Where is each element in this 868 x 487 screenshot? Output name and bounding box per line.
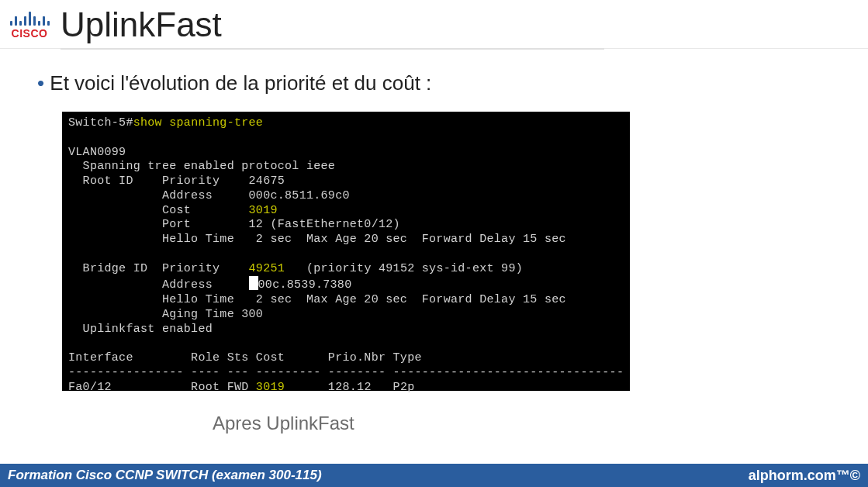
- terminal-value: 24675: [249, 174, 285, 188]
- terminal-line: Hello Time 2 sec Max Age 20 sec Forward …: [68, 293, 566, 306]
- terminal-line: Port 12 (FastEthernet0/12): [68, 218, 400, 231]
- terminal-line: Cost: [68, 204, 249, 217]
- terminal-line: (priority 49152 sys-id-ext 99): [285, 262, 523, 275]
- terminal-line: Hello Time 2 sec Max Age 20 sec Forward …: [68, 233, 566, 246]
- terminal-line: Address: [68, 278, 249, 292]
- cisco-logo: CISCO: [3, 10, 56, 40]
- terminal-separator: ---------------- ---- --- --------- ----…: [68, 366, 624, 379]
- slide-footer: Formation Cisco CCNP SWITCH (examen 300-…: [0, 464, 868, 487]
- terminal-value-highlight: 3019: [249, 204, 278, 217]
- terminal-value: 00c.8539.7380: [258, 278, 352, 292]
- terminal-line: VLAN0099: [68, 146, 126, 159]
- terminal-line: Spanning tree enabled protocol ieee: [68, 160, 335, 173]
- divider: [61, 48, 604, 50]
- cisco-logo-bars: [10, 10, 50, 26]
- cisco-logo-text: CISCO: [12, 27, 48, 40]
- terminal-line: Address 000c.8511.69c0: [68, 189, 350, 202]
- slide-title: UplinkFast: [61, 5, 222, 44]
- slide: CISCO UplinkFast Et voici l'évolution de…: [0, 0, 868, 487]
- terminal-value-highlight: 3019: [256, 381, 285, 394]
- footer-left: Formation Cisco CCNP SWITCH (examen 300-…: [8, 468, 322, 483]
- terminal-row: 128.12 P2p: [285, 381, 414, 394]
- terminal-line: Bridge ID Priority: [68, 262, 249, 275]
- caption: Apres UplinkFast: [213, 413, 354, 434]
- bullet-text: Et voici l'évolution de la priorité et d…: [37, 71, 431, 95]
- terminal-row: Fa0/12 Root FWD: [68, 381, 256, 394]
- terminal-line: Root ID Priority: [68, 174, 249, 188]
- terminal-output: Switch-5#show spanning-tree VLAN0099 Spa…: [62, 112, 630, 391]
- terminal-value-highlight: 49251: [249, 262, 285, 275]
- cursor-icon: [249, 276, 258, 290]
- terminal-prompt: Switch-5#: [68, 116, 133, 130]
- terminal-line: Uplinkfast enabled: [68, 323, 213, 336]
- terminal-line: Aging Time 300: [68, 308, 263, 321]
- terminal-command: show spanning-tree: [133, 116, 263, 130]
- footer-right: alphorm.com™©: [749, 468, 860, 484]
- terminal-header: Interface Role Sts Cost Prio.Nbr Type: [68, 351, 422, 364]
- slide-header: CISCO UplinkFast: [0, 0, 868, 50]
